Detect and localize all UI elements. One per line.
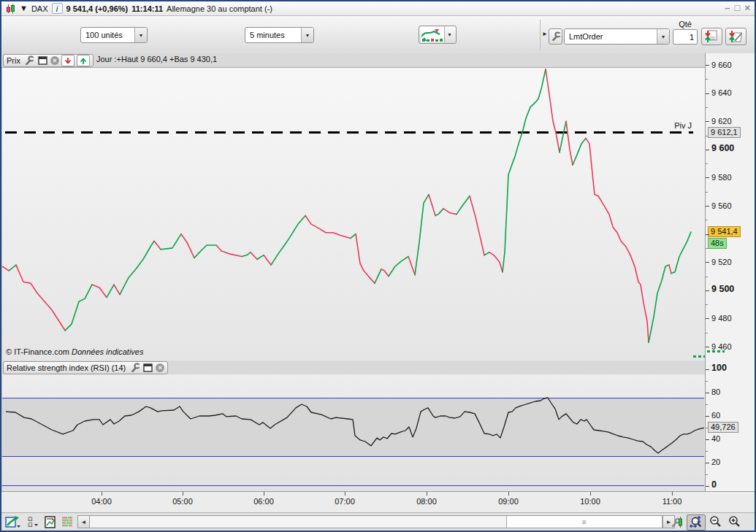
pivot-price-label: 9 612,1 bbox=[708, 127, 741, 138]
units-dropdown[interactable]: 100 unités ▼ bbox=[80, 27, 148, 43]
price-axis-tick bbox=[706, 192, 708, 193]
scroll-left-button[interactable]: ◄ bbox=[78, 516, 90, 528]
rsi-settings-wrench-icon[interactable] bbox=[129, 363, 140, 373]
collapse-panel-arrow-icon[interactable]: ► bbox=[542, 31, 548, 37]
quantity-input[interactable] bbox=[673, 29, 698, 45]
sell-arrow-button[interactable] bbox=[61, 55, 75, 66]
price-line-segment bbox=[9, 265, 16, 271]
title-bar: ▼ DAX i 9 541,4 (+0,96%) 11:14:11 Allema… bbox=[1, 1, 755, 16]
price-line-segment bbox=[181, 234, 194, 258]
rsi-axis-tick bbox=[706, 381, 708, 382]
rsi-chart-area[interactable] bbox=[1, 374, 705, 491]
price-line-segment bbox=[2, 266, 9, 271]
instrument-name: DAX bbox=[31, 4, 48, 13]
price-axis-tick bbox=[706, 206, 709, 207]
time-axis-tick bbox=[183, 492, 183, 496]
info-icon[interactable]: i bbox=[52, 3, 63, 14]
trading-window: ▼ DAX i 9 541,4 (+0,96%) 11:14:11 Allema… bbox=[0, 0, 756, 532]
price-settings-wrench-icon[interactable] bbox=[24, 55, 35, 66]
close-button[interactable]: × bbox=[744, 2, 750, 14]
time-axis-label: 08:00 bbox=[416, 497, 437, 506]
order-type-dropdown[interactable]: LmtOrder ▼ bbox=[564, 28, 670, 45]
zoom-in-button[interactable] bbox=[725, 514, 743, 529]
time-axis-label: 09:00 bbox=[498, 497, 519, 506]
chart-type-caret-icon: ▼ bbox=[444, 26, 455, 43]
notes-icon bbox=[45, 516, 56, 528]
price-axis[interactable]: 9 612,1 9 541,4 48s 9 6609 6409 6209 600… bbox=[705, 53, 755, 361]
price-axis-tick bbox=[706, 150, 709, 150]
chart-type-button[interactable]: ▼ bbox=[419, 26, 457, 44]
export-chart-icon bbox=[5, 515, 21, 528]
timeframe-dropdown[interactable]: 5 minutes ▼ bbox=[245, 27, 314, 43]
horizontal-scrollbar[interactable]: ◄ ≡ ► bbox=[77, 515, 675, 528]
minimize-button[interactable]: – bbox=[725, 2, 730, 14]
notes-button[interactable] bbox=[42, 514, 57, 529]
time-axis-label: 05:00 bbox=[172, 497, 193, 506]
market-depth-button[interactable] bbox=[60, 514, 75, 529]
close-rsi-panel-icon[interactable]: × bbox=[156, 363, 164, 372]
rsi-axis-tick-label: 20 bbox=[711, 458, 720, 467]
rsi-detach-window-icon[interactable] bbox=[142, 363, 153, 373]
price-axis-tick bbox=[706, 304, 708, 305]
price-axis-tick bbox=[706, 107, 708, 108]
price-axis-tick-label: 9 560 bbox=[711, 201, 732, 211]
scrollbar-thumb[interactable]: ≡ bbox=[506, 516, 663, 528]
price-line-segment bbox=[435, 209, 443, 216]
copyright-line: © IT-Finance.com Données indicatives bbox=[6, 347, 143, 356]
buy-arrow-button[interactable] bbox=[77, 55, 90, 66]
svg-text:Ω: Ω bbox=[28, 521, 33, 528]
timeframe-dropdown-caret-icon: ▼ bbox=[301, 28, 313, 42]
time-axis-tick bbox=[508, 492, 509, 496]
price-line-segment bbox=[649, 265, 669, 342]
rsi-axis-tick bbox=[706, 474, 708, 475]
order-settings-button[interactable] bbox=[549, 28, 562, 45]
price-line-segment bbox=[351, 234, 356, 239]
time-axis-label: 11:00 bbox=[663, 497, 682, 506]
price-line-segment bbox=[216, 245, 242, 257]
price-line-segment bbox=[381, 269, 389, 277]
time-axis-label: 04:00 bbox=[91, 497, 112, 506]
instrument-menu-caret-icon[interactable]: ▼ bbox=[20, 6, 28, 11]
price-axis-tick bbox=[706, 79, 708, 80]
price-axis-tick bbox=[706, 93, 709, 94]
export-chart-button[interactable] bbox=[4, 514, 22, 529]
price-axis-tick bbox=[706, 347, 709, 347]
last-price-label: 9 541,4 bbox=[708, 226, 741, 237]
price-axis-tick bbox=[706, 318, 709, 319]
maximize-button[interactable]: □ bbox=[735, 2, 741, 14]
day-high-low-summary: Jour :+Haut 9 660,4 +Bas 9 430,1 bbox=[96, 55, 217, 63]
rsi-axis[interactable]: 49,726 100806040200 bbox=[705, 361, 755, 491]
zoom-out-button[interactable] bbox=[706, 514, 724, 529]
time-axis-tick bbox=[264, 492, 264, 496]
magnet-mode-button[interactable]: Ω Ω bbox=[25, 514, 39, 529]
rsi-panel-title: Relative strength index (RSI) (14) bbox=[7, 363, 127, 372]
close-price-panel-icon[interactable]: × bbox=[50, 56, 59, 65]
price-line-segment bbox=[120, 241, 154, 294]
toolbar: 100 unités ▼ 5 minutes ▼ ▼ ► bbox=[1, 16, 755, 54]
rsi-axis-tick bbox=[706, 463, 709, 463]
price-axis-tick bbox=[706, 290, 709, 291]
price-chart-svg: Piv J bbox=[2, 53, 704, 361]
time-axis-label: 06:00 bbox=[253, 497, 274, 506]
price-line-segment bbox=[566, 121, 573, 165]
price-axis-tick-label: 9 620 bbox=[711, 117, 732, 126]
price-chart-area[interactable]: Piv J © IT-Finance.com Données indicativ… bbox=[1, 53, 705, 361]
auto-fit-zoom-button[interactable] bbox=[687, 514, 706, 531]
instrument-description: Allemagne 30 au comptant (-) bbox=[167, 4, 272, 13]
time-axis-tick bbox=[590, 492, 591, 496]
price-line-segment bbox=[375, 269, 381, 283]
price-line-segment bbox=[161, 234, 181, 250]
price-axis-tick bbox=[706, 234, 709, 235]
zoom-out-icon bbox=[709, 515, 722, 528]
sell-buy-order-button[interactable] bbox=[701, 28, 722, 45]
price-line-segment bbox=[16, 265, 65, 331]
chart-display-settings-button[interactable] bbox=[670, 514, 684, 529]
pivot-line-label: Piv J bbox=[674, 121, 692, 130]
detach-window-icon[interactable] bbox=[37, 55, 48, 66]
time-axis-tick bbox=[102, 492, 102, 496]
rsi-axis-tick bbox=[706, 439, 709, 440]
price-line-segment bbox=[560, 121, 566, 153]
price-axis-tick-label: 9 580 bbox=[711, 173, 732, 182]
zoom-in-icon bbox=[728, 515, 741, 528]
modify-order-button[interactable] bbox=[725, 28, 747, 45]
